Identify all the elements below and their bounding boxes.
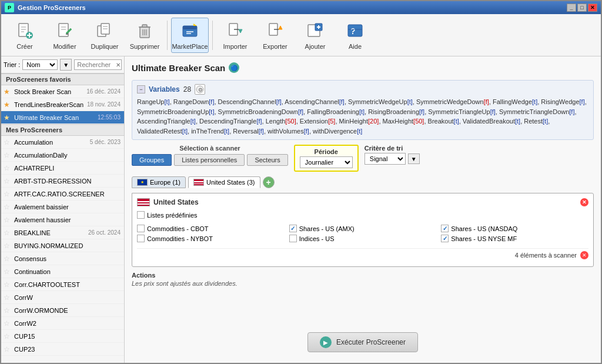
titlebar-controls: _ □ ✕ bbox=[567, 4, 597, 12]
sidebar-item-buying[interactable]: ☆ BUYING.NORMALIZED bbox=[1, 239, 124, 252]
checkbox-indices-us: Indices - US bbox=[289, 235, 437, 242]
sidebar-item-breakline[interactable]: ☆ BREAKLINE 26 oct. 2024 bbox=[1, 226, 124, 239]
svg-marker-26 bbox=[193, 24, 197, 26]
marketplace-button[interactable]: MarketPlace bbox=[171, 18, 209, 53]
checkbox-shares-nasdaq: Shares - US (NASDAQ bbox=[441, 225, 588, 232]
remove-elements-button[interactable]: ✕ bbox=[580, 251, 588, 259]
sidebar-item-trendlines[interactable]: ★ TrendLinesBreakerScan 18 nov. 2024 bbox=[1, 98, 124, 111]
item-name: Accumulation bbox=[14, 139, 88, 146]
star-icon: ☆ bbox=[4, 345, 12, 353]
tab-united-states[interactable]: United States (3) bbox=[188, 176, 260, 188]
delete-label: Supprimer bbox=[130, 43, 160, 50]
sidebar-item-consensus[interactable]: ☆ Consensus bbox=[1, 252, 124, 265]
sidebar-item-stock-breaker[interactable]: ★ Stock Breaker Scan 16 déc. 2024 bbox=[1, 85, 124, 98]
item-name: ARBT-STD-REGRESSION bbox=[14, 178, 121, 185]
sort-criteria-direction-button[interactable]: ▼ bbox=[408, 153, 420, 164]
personal-lists-button[interactable]: Listes personnelles bbox=[174, 154, 245, 166]
sidebar-item-accumulation[interactable]: ☆ Accumulation 5 déc. 2023 bbox=[1, 136, 124, 149]
star-icon: ★ bbox=[4, 113, 12, 122]
item-name: Avalement haussier bbox=[14, 216, 121, 223]
shares-nasdaq-label: Shares - US (NASDAQ bbox=[451, 225, 517, 232]
sidebar-item-cup23[interactable]: ☆ CUP23 bbox=[1, 343, 124, 356]
periode-select[interactable]: Journalier Hebdomadaire Mensuel Intraday bbox=[300, 156, 353, 168]
groups-button[interactable]: Groupes bbox=[132, 154, 172, 166]
item-name: TrendLinesBreakerScan bbox=[14, 101, 85, 108]
sidebar-item-avalement-baissier[interactable]: ☆ Avalement baissier bbox=[1, 201, 124, 213]
star-icon: ☆ bbox=[4, 203, 12, 211]
titlebar: P Gestion ProScreeners _ □ ✕ bbox=[1, 1, 601, 14]
sort-direction-button[interactable]: ▼ bbox=[60, 59, 72, 71]
sidebar-item-corrw-ormonde[interactable]: ☆ CorrW.ORMONDE bbox=[1, 304, 124, 317]
close-us-panel-button[interactable]: ✕ bbox=[580, 198, 588, 206]
sidebar-item-corr-chartooltest[interactable]: ☆ Corr.CHARTOOLTEST bbox=[1, 278, 124, 291]
add-label: Ajouter bbox=[305, 43, 326, 50]
export-button[interactable]: Exporter bbox=[256, 18, 294, 53]
variables-count: 28 bbox=[183, 85, 191, 93]
add-tab-button[interactable]: + bbox=[263, 176, 275, 188]
edit-variables-button[interactable]: ⚙ bbox=[195, 84, 205, 95]
elements-scanner: 4 éléments à scanner ✕ bbox=[137, 248, 588, 262]
actions-text: Les prix sont ajustés aux dividendes. bbox=[132, 280, 594, 287]
commodities-cbot-checkbox[interactable] bbox=[137, 225, 145, 232]
star-icon: ☆ bbox=[4, 280, 12, 289]
shares-amx-checkbox[interactable] bbox=[289, 225, 297, 232]
svg-marker-31 bbox=[279, 26, 282, 29]
indices-us-label: Indices - US bbox=[299, 235, 335, 242]
sidebar-item-ultimate[interactable]: ★ Ultimate Breaker Scan 12:55:03 bbox=[1, 111, 124, 124]
star-icon: ★ bbox=[4, 88, 12, 96]
star-icon: ☆ bbox=[4, 229, 12, 237]
sidebar-item-achatrepli[interactable]: ☆ ACHATREPLI bbox=[1, 162, 124, 175]
commodities-nybot-checkbox[interactable] bbox=[137, 235, 145, 242]
shares-amx-label: Shares - US (AMX) bbox=[299, 225, 354, 232]
sidebar-item-cup15[interactable]: ☆ CUP15 bbox=[1, 330, 124, 343]
sidebar-item-continuation[interactable]: ☆ Continuation bbox=[1, 265, 124, 278]
shares-nasdaq-checkbox[interactable] bbox=[441, 225, 449, 232]
export-label: Exporter bbox=[263, 43, 287, 50]
sort-criteria-section: Critère de tri Signal Nom Date ▼ bbox=[364, 145, 420, 165]
sidebar-item-arbt[interactable]: ☆ ARBT-STD-REGRESSION bbox=[1, 175, 124, 188]
sidebar-item-corrw[interactable]: ☆ CorrW bbox=[1, 291, 124, 304]
elements-count: 4 éléments à scanner bbox=[515, 252, 577, 259]
info-icon: 🔵 bbox=[229, 62, 239, 73]
collapse-variables-button[interactable]: − bbox=[137, 85, 145, 93]
shares-nyse-checkbox[interactable] bbox=[441, 235, 449, 242]
tab-europe[interactable]: ★ Europe (1) bbox=[132, 176, 186, 188]
eu-flag-icon: ★ bbox=[137, 179, 148, 186]
search-clear-icon[interactable]: ✕ bbox=[116, 62, 121, 68]
add-button[interactable]: Ajouter bbox=[296, 18, 334, 53]
duplicate-button[interactable]: Dupliquer bbox=[86, 18, 123, 53]
us-panel: United States ✕ Listes prédéfinies Commo… bbox=[132, 193, 594, 267]
execute-button[interactable]: ▶ Exécuter ProScreener bbox=[307, 332, 418, 352]
search-input[interactable] bbox=[74, 59, 122, 70]
create-button[interactable]: Créer bbox=[6, 18, 44, 53]
sidebar-item-corrw2[interactable]: ☆ CorrW2 bbox=[1, 317, 124, 330]
execute-label: Exécuter ProScreener bbox=[336, 338, 406, 346]
item-name: Continuation bbox=[14, 268, 121, 275]
star-icon: ☆ bbox=[4, 190, 12, 198]
import-button[interactable]: Importer bbox=[216, 18, 254, 53]
delete-button[interactable]: Supprimer bbox=[126, 18, 163, 53]
variables-text: RangeUp[t], RangeDown[f], DescendingChan… bbox=[137, 97, 588, 136]
sidebar-item-artf[interactable]: ☆ ARTF.CAC.RATIO.SCREENER bbox=[1, 188, 124, 201]
titlebar-title: P Gestion ProScreeners bbox=[5, 3, 86, 12]
maximize-button[interactable]: □ bbox=[577, 4, 587, 12]
close-button[interactable]: ✕ bbox=[588, 4, 597, 12]
help-button[interactable]: ? Aide bbox=[336, 18, 374, 53]
indices-us-checkbox[interactable] bbox=[289, 235, 297, 242]
sidebar-item-avalement-haussier[interactable]: ☆ Avalement haussier bbox=[1, 213, 124, 226]
item-date: 12:55:03 bbox=[98, 114, 121, 121]
scanner-buttons: Groupes Listes personnelles Secteurs bbox=[132, 154, 288, 166]
item-name: Consensus bbox=[14, 255, 121, 262]
item-date: 16 déc. 2024 bbox=[86, 88, 121, 95]
sort-criteria-select[interactable]: Signal Nom Date bbox=[364, 153, 406, 165]
item-name: CUP23 bbox=[14, 346, 121, 353]
listes-predefinies-checkbox[interactable] bbox=[137, 211, 145, 219]
modify-button[interactable]: Modifier bbox=[46, 18, 83, 53]
sidebar-item-accumulation-daily[interactable]: ☆ AccumulationDally bbox=[1, 149, 124, 162]
svg-marker-28 bbox=[239, 29, 242, 33]
minimize-button[interactable]: _ bbox=[567, 4, 576, 12]
execute-icon: ▶ bbox=[320, 336, 332, 348]
sort-select[interactable]: Nom bbox=[22, 59, 58, 70]
star-icon: ☆ bbox=[4, 138, 12, 146]
sectors-button[interactable]: Secteurs bbox=[247, 154, 287, 166]
